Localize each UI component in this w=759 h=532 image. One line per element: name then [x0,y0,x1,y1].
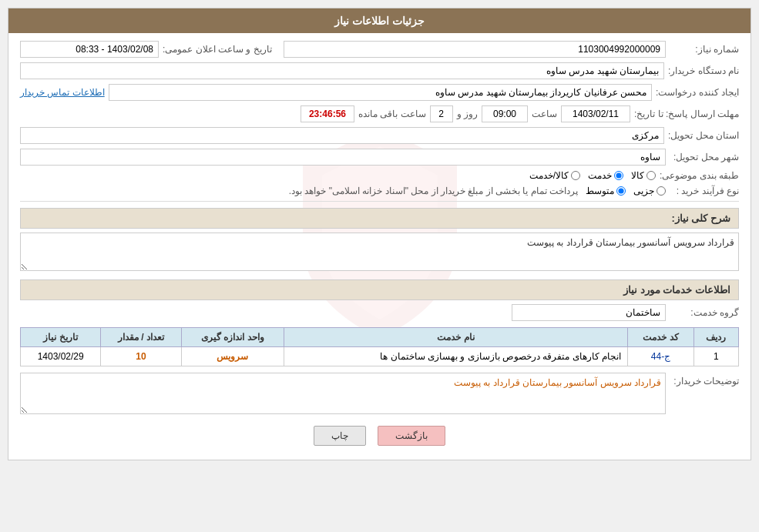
service-group-label: گروه خدمت: [670,307,739,318]
col-quantity: تعداد / مقدار [101,328,181,347]
need-number-label: شماره نیاز: [670,44,739,55]
cell-row: 1 [694,347,738,366]
category-option-both[interactable]: کالا/خدمت [529,170,580,181]
category-option-service[interactable]: خدمت [588,170,623,181]
announcement-label: تاریخ و ساعت اعلان عمومی: [163,44,272,55]
category-service-label: خدمت [588,170,612,181]
col-name: نام خدمت [284,328,628,347]
page-title: جزئیات اطلاعات نیاز [8,8,751,33]
reply-days: 2 [430,105,453,122]
cell-unit: سرویس [181,347,284,366]
creator-value: محسن عرفانیان کاریرداز بیمارستان شهید مد… [109,84,652,101]
category-goods-label: کالا [631,170,644,181]
button-row: بازگشت چاپ [20,426,739,446]
reply-remaining-label: ساعت باقی مانده [358,109,426,119]
services-table: ردیف کد خدمت نام خدمت واحد اندازه گیری ت… [20,327,739,366]
purchase-type-medium[interactable]: متوسط [586,186,626,196]
reply-remaining: 23:46:56 [301,105,354,122]
summary-textarea[interactable]: قرارداد سرویس آسانسور بیمارستان قرارداد … [20,233,739,271]
services-section-title: اطلاعات خدمات مورد نیاز [20,279,739,300]
table-row: 1 ج-44 انجام کارهای متفرقه درخصوص بازساز… [21,347,739,366]
city-value: ساوه [20,149,666,166]
purchase-type-medium-label: متوسط [586,186,614,196]
reply-deadline-label: مهلت ارسال پاسخ: تا تاریخ: [634,109,739,119]
summary-section-title: شرح کلی نیاز: [20,208,739,229]
purchase-type-label: نوع فرآیند خرید : [670,186,739,196]
cell-date: 1403/02/29 [21,347,101,366]
reply-days-label: روز و [457,109,478,119]
announcement-value: 1403/02/08 - 08:33 [20,41,159,58]
cell-code: ج-44 [628,347,694,366]
service-group-value: ساختمان [512,304,666,321]
province-label: استان محل تحویل: [668,130,739,141]
cell-quantity: 10 [101,347,181,366]
purchase-type-note: پرداخت تمام یا بخشی از مبلغ خریدار از مح… [289,186,578,196]
print-button[interactable]: چاپ [314,426,366,446]
cell-name: انجام کارهای متفرقه درخصوص بازسازی و بهس… [284,347,628,366]
category-both-label: کالا/خدمت [529,170,569,181]
reply-time: 09:00 [482,105,528,122]
buyer-org-value: بیمارستان شهید مدرس ساوه [20,62,664,79]
col-row: ردیف [694,328,738,347]
buyer-desc-label: توضیحات خریدار: [670,373,739,386]
purchase-type-partial-label: جزیی [633,186,654,196]
buyer-org-label: نام دستگاه خریدار: [668,65,739,76]
creator-label: ایجاد کننده درخواست: [656,87,739,98]
purchase-type-partial[interactable]: جزیی [633,186,666,196]
buyer-desc-textarea[interactable]: قرارداد سرویس آسانسور بیمارستان قرارداد … [20,373,666,414]
col-unit: واحد اندازه گیری [181,328,284,347]
contact-link[interactable]: اطلاعات تماس خریدار [20,87,105,98]
col-date: تاریخ نیاز [21,328,101,347]
reply-time-label: ساعت [532,109,557,119]
province-value: مرکزی [20,127,664,144]
category-label: طبقه بندی موضوعی: [660,170,739,181]
need-number-value: 1103004992000009 [284,41,666,58]
city-label: شهر محل تحویل: [670,152,739,162]
category-radio-group: کالا خدمت کالا/خدمت [20,170,656,181]
purchase-type-group: جزیی متوسط پرداخت تمام یا بخشی از مبلغ خ… [20,186,666,196]
reply-date: 1403/02/11 [561,105,630,122]
back-button[interactable]: بازگشت [378,426,445,446]
category-option-goods[interactable]: کالا [631,170,656,181]
col-code: کد خدمت [628,328,694,347]
